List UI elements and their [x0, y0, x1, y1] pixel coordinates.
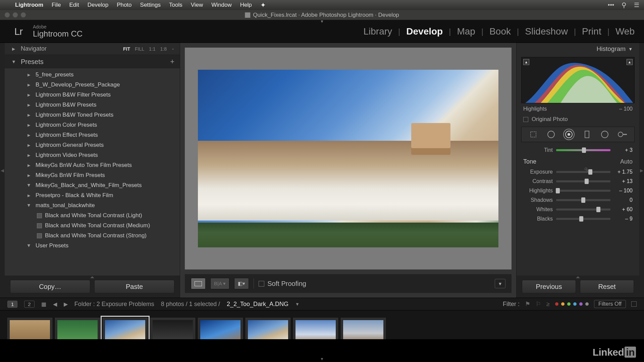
slider-value[interactable]: – 100 [614, 188, 633, 194]
menu-file[interactable]: File [52, 2, 61, 8]
navigator-panel-header[interactable]: ▶ Navigator FITFILL1:11:8 ⌄ [5, 43, 180, 55]
zoom-icon[interactable] [21, 12, 26, 17]
primary-display-button[interactable]: 1 [7, 301, 17, 308]
preset-folder[interactable]: ▶Lightroom General Presets [5, 140, 180, 150]
reset-button[interactable]: Reset [580, 280, 634, 293]
preset-folder[interactable]: ▶MikeyGs BnW Auto Tone Film Presets [5, 160, 180, 170]
slider-handle[interactable] [581, 197, 585, 203]
preset-folder[interactable]: ▶matts_tonal_blackwhite [5, 200, 180, 210]
adjustment-brush-tool-icon[interactable] [617, 129, 628, 140]
color-label-filter[interactable] [555, 302, 589, 306]
rating-filter-icon[interactable]: ≥ [546, 301, 550, 308]
module-web[interactable]: Web [615, 26, 635, 37]
flag-picked-icon[interactable]: ⚑ [525, 300, 530, 308]
slider-handle[interactable] [582, 147, 586, 153]
traffic-lights[interactable] [5, 12, 26, 17]
shadows-slider[interactable] [556, 199, 610, 201]
slider-value[interactable]: – 9 [614, 216, 633, 222]
preset-folder[interactable]: ▶Lightroom Video Presets [5, 150, 180, 160]
preset-folder[interactable]: ▶5_free_presets [5, 70, 180, 80]
nav-zoom-1:8[interactable]: 1:8 [160, 46, 167, 52]
menu-photo[interactable]: Photo [117, 2, 131, 8]
mac-menubar[interactable]: Lightroom File Edit Develop Photo Settin… [0, 0, 644, 10]
menu-view[interactable]: View [191, 2, 203, 8]
color-label-dot[interactable] [579, 302, 583, 306]
copy-button[interactable]: Copy… [10, 280, 90, 293]
slider-value[interactable]: + 60 [614, 206, 633, 213]
before-after-button[interactable]: B|A ▾ [210, 278, 229, 289]
module-print[interactable]: Print [582, 26, 601, 37]
flag-rejected-icon[interactable]: ⚐ [536, 300, 541, 308]
add-preset-icon[interactable]: + [170, 57, 174, 66]
presets-panel-header[interactable]: ▼ Presets + [5, 55, 180, 68]
slider-handle[interactable] [579, 216, 583, 222]
color-label-dot[interactable] [585, 302, 589, 306]
tint-slider[interactable] [556, 149, 610, 151]
nav-zoom-fit[interactable]: FIT [123, 46, 130, 52]
preset-folder[interactable]: ▶B_W_Develop_Presets_Package [5, 80, 180, 90]
preset-folder[interactable]: ▶MikeyGs_Black_and_White_Film_Presets [5, 180, 180, 190]
color-label-dot[interactable] [555, 302, 558, 306]
tint-value[interactable]: + 3 [614, 147, 633, 153]
filters-off-dropdown[interactable]: Filters Off [594, 300, 626, 308]
bottom-panel-toggle-icon[interactable]: ▼ [320, 357, 324, 361]
color-label-dot[interactable] [573, 302, 577, 306]
module-develop[interactable]: Develop [406, 26, 443, 37]
nav-back-icon[interactable]: ◀ [53, 301, 57, 307]
top-panel-toggle-icon[interactable]: ▼ [320, 19, 324, 24]
radial-filter-tool-icon[interactable] [599, 129, 610, 140]
paste-button[interactable]: Paste [94, 280, 174, 293]
preset-folder[interactable]: ▶Lightroom Color Presets [5, 120, 180, 130]
slider-handle[interactable] [596, 207, 600, 212]
redeye-tool-icon[interactable] [563, 129, 575, 140]
preset-folder[interactable]: ▶User Presets [5, 241, 180, 251]
module-library[interactable]: Library [363, 26, 392, 37]
loupe-view-button[interactable] [191, 278, 206, 289]
menu-develop[interactable]: Develop [88, 2, 108, 8]
previous-button[interactable]: Previous [522, 280, 576, 293]
preset-item[interactable]: Black and White Tonal Contrast (Strong) [5, 231, 180, 241]
module-slideshow[interactable]: Slideshow [525, 26, 568, 37]
spot-removal-tool-icon[interactable] [545, 129, 557, 140]
contrast-slider[interactable] [556, 180, 610, 182]
compare-view-button[interactable]: ◧ ▾ [234, 278, 249, 289]
preset-folder[interactable]: ▶Lightroom Effect Presets [5, 130, 180, 140]
right-edge-toggle[interactable]: ▶ [639, 43, 644, 298]
menu-settings[interactable]: Settings [140, 2, 161, 8]
preset-folder[interactable]: ▶Presetpro - Black & White Film [5, 190, 180, 200]
preset-folder[interactable]: ▶Lightroom B&W Filter Presets [5, 90, 180, 100]
color-label-dot[interactable] [561, 302, 565, 306]
blacks-slider[interactable] [556, 218, 610, 220]
slider-value[interactable]: + 1.75 [614, 169, 633, 175]
graduated-filter-tool-icon[interactable] [581, 129, 593, 140]
photo-viewport[interactable] [185, 48, 512, 269]
highlights-slider[interactable] [556, 190, 610, 192]
slider-value[interactable]: + 13 [614, 178, 633, 184]
current-filename[interactable]: 2_2_Too_Dark_A.DNG [227, 301, 288, 308]
original-photo-checkbox[interactable]: Original Photo [517, 113, 639, 127]
minimize-icon[interactable] [13, 12, 18, 17]
search-icon[interactable]: ⚲ [622, 1, 627, 9]
filename-dropdown-icon[interactable]: ▼ [295, 302, 300, 307]
crop-tool-icon[interactable] [528, 129, 539, 140]
exposure-slider[interactable] [556, 171, 610, 173]
slider-handle[interactable] [588, 169, 592, 175]
menu-edit[interactable]: Edit [69, 2, 79, 8]
list-icon[interactable]: ☰ [634, 1, 639, 9]
nav-zoom-fill[interactable]: FILL [135, 46, 144, 52]
navigator-zoom-options[interactable]: FITFILL1:11:8 ⌄ [123, 46, 174, 52]
overflow-icon[interactable]: ••• [608, 2, 614, 9]
grid-view-icon[interactable]: ▦ [41, 301, 46, 307]
menu-extra-icon[interactable]: ✦ [260, 1, 266, 9]
slider-handle[interactable] [585, 179, 589, 184]
module-map[interactable]: Map [457, 26, 475, 37]
preset-folder[interactable]: ▶MikeyGs BnW Film Presets [5, 170, 180, 180]
preset-item[interactable]: Black and White Tonal Contrast (Medium) [5, 221, 180, 231]
color-label-dot[interactable] [567, 302, 571, 306]
nav-forward-icon[interactable]: ▶ [64, 301, 68, 307]
preset-item[interactable]: Black and White Tonal Contrast (Light) [5, 210, 180, 221]
menu-help[interactable]: Help [240, 2, 252, 8]
soft-proofing-checkbox[interactable]: Soft Proofing [259, 280, 306, 288]
filter-lock-icon[interactable] [631, 301, 637, 307]
toolbar-options-dropdown[interactable]: ▾ [495, 279, 505, 288]
